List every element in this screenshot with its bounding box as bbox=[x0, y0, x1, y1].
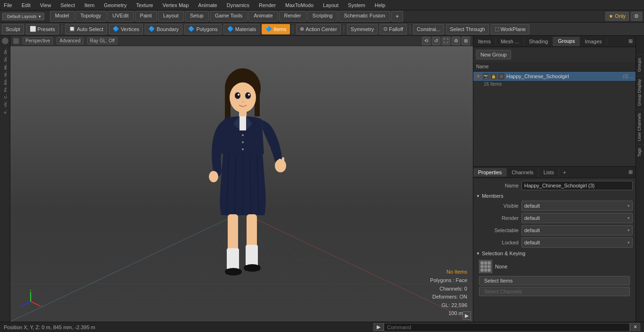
select-through-button[interactable]: Select Through bbox=[446, 24, 488, 34]
icon4[interactable]: ⚙ bbox=[498, 73, 504, 80]
sidebar-f[interactable]: F.. bbox=[1, 108, 9, 115]
vp-icon-4[interactable]: ⚙ bbox=[452, 37, 460, 45]
groups-list: 👁 📷 🔒 ⚙ Happy_Chinese_Schoolgirl (3) ...… bbox=[473, 72, 636, 166]
viewport-canvas[interactable]: No Items Polygons : Face Channels: 0 Def… bbox=[10, 46, 473, 322]
view-perspective[interactable]: Perspective bbox=[23, 37, 53, 44]
menu-system[interactable]: System bbox=[346, 1, 367, 9]
render-icon[interactable]: 📷 bbox=[483, 73, 489, 80]
sculpt-button[interactable]: Sculpt bbox=[2, 24, 24, 34]
select-items-button[interactable]: Select Items bbox=[479, 276, 630, 285]
name-input[interactable] bbox=[521, 181, 633, 190]
boundary-button[interactable]: 🔷 Boundary bbox=[145, 24, 182, 34]
symmetry-button[interactable]: Symmetry bbox=[347, 24, 378, 34]
tab-channels[interactable]: Channels bbox=[507, 168, 538, 177]
prop-expand[interactable]: ⊞ bbox=[626, 168, 636, 177]
right-panel: Items Mesh ... Shading Groups Images ⊞ N… bbox=[473, 36, 636, 322]
items-button[interactable]: 🔷 Items bbox=[262, 24, 290, 34]
tab-items[interactable]: Items bbox=[473, 37, 496, 46]
command-input[interactable] bbox=[384, 323, 630, 332]
locked-select[interactable]: default ▾ bbox=[521, 237, 633, 248]
vp-icon-2[interactable]: ↺ bbox=[432, 37, 440, 45]
select-channels-button[interactable]: Select Channels bbox=[479, 287, 630, 296]
menu-texture[interactable]: Texture bbox=[134, 1, 155, 9]
sidebar-du[interactable]: Du.. bbox=[1, 56, 9, 62]
sidebar-uv[interactable]: UV.. bbox=[1, 101, 9, 107]
tab-topology[interactable]: Topology bbox=[75, 11, 107, 22]
tab-game-tools[interactable]: Game Tools bbox=[210, 11, 248, 22]
tab-layout[interactable]: Layout bbox=[158, 11, 184, 22]
settings-icon[interactable]: ⚙ bbox=[631, 12, 642, 21]
sidebar-ve[interactable]: Ve.. bbox=[1, 71, 9, 77]
layout-dropdown[interactable]: Default Layouts ▾ bbox=[2, 13, 44, 20]
tab-schematic-fusion[interactable]: Schematic Fusion bbox=[339, 11, 390, 22]
tab-images[interactable]: Images bbox=[580, 37, 607, 46]
tab-scripting[interactable]: Scripting bbox=[307, 11, 338, 22]
sidebar-c[interactable]: C.. bbox=[1, 93, 9, 100]
right-tab-tags[interactable]: Tags bbox=[636, 145, 644, 160]
menu-item[interactable]: Item bbox=[83, 1, 96, 9]
menu-file[interactable]: File bbox=[2, 1, 14, 9]
falloff-button[interactable]: ⊙ Falloff bbox=[380, 24, 407, 34]
view-raygl[interactable]: Ray GL: Off bbox=[87, 37, 118, 44]
menu-layout[interactable]: Layout bbox=[321, 1, 340, 9]
tab-animate[interactable]: Animate bbox=[248, 11, 278, 22]
viewport[interactable]: Perspective Advanced Ray GL: Off ⟲ ↺ ⛶ ⚙… bbox=[10, 36, 473, 322]
prop-tab-plus[interactable]: + bbox=[559, 168, 570, 177]
vp-icon-5[interactable]: ⊞ bbox=[462, 37, 470, 45]
menu-dynamics[interactable]: Dynamics bbox=[225, 1, 251, 9]
polygons-button[interactable]: 🔷 Polygons bbox=[184, 24, 221, 34]
sidebar-po[interactable]: Po.. bbox=[1, 86, 9, 92]
sel-keying-section[interactable]: ▼ Selection & Keying bbox=[476, 251, 633, 256]
tab-uvedit[interactable]: UVEdit bbox=[107, 11, 134, 22]
menu-animate[interactable]: Animate bbox=[196, 1, 219, 9]
tab-render[interactable]: Render bbox=[279, 11, 306, 22]
star-only[interactable]: ★ Only bbox=[605, 12, 629, 21]
view-advanced[interactable]: Advanced bbox=[57, 37, 83, 44]
auto-select-button[interactable]: 🔲 Auto Select bbox=[65, 24, 107, 34]
tab-add-layout[interactable]: + bbox=[391, 11, 404, 22]
sidebar-em[interactable]: Em.. bbox=[1, 78, 9, 85]
menu-vertex-map[interactable]: Vertex Map bbox=[161, 1, 191, 9]
constrain-button[interactable]: Constrai... bbox=[413, 24, 444, 34]
menu-select[interactable]: Select bbox=[58, 1, 77, 9]
tab-properties[interactable]: Properties bbox=[473, 168, 507, 177]
vp-icon-1[interactable]: ⟲ bbox=[422, 37, 430, 45]
command-prompt-arrow[interactable]: ▶ bbox=[373, 323, 384, 331]
panel-tab-expand[interactable]: ⊞ bbox=[626, 37, 636, 46]
scroll-right-button[interactable]: ▶ bbox=[462, 311, 471, 320]
right-tab-user-channels[interactable]: User Channels bbox=[636, 110, 644, 144]
menu-view[interactable]: View bbox=[38, 1, 53, 9]
right-tab-group-display[interactable]: Group Display bbox=[636, 76, 644, 109]
tab-model[interactable]: Model bbox=[50, 11, 74, 22]
work-plane-button[interactable]: ⬚ WorkPlane bbox=[491, 24, 530, 34]
tab-paint[interactable]: Paint bbox=[135, 11, 157, 22]
command-close-button[interactable]: ✕ bbox=[630, 323, 640, 331]
tab-groups[interactable]: Groups bbox=[553, 37, 580, 46]
sidebar-me[interactable]: Me.. bbox=[1, 63, 9, 70]
lock-icon[interactable]: 🔒 bbox=[490, 73, 497, 80]
groups-content: New Group Name 👁 📷 🔒 ⚙ Happy_Chinese_Sch… bbox=[473, 47, 636, 166]
new-group-button[interactable]: New Group bbox=[476, 50, 511, 59]
action-center-button[interactable]: ⊕ Action Center bbox=[296, 24, 341, 34]
menu-edit[interactable]: Edit bbox=[20, 1, 33, 9]
tab-mesh[interactable]: Mesh ... bbox=[496, 37, 524, 46]
sidebar-de[interactable]: De.. bbox=[1, 48, 9, 55]
vertices-button[interactable]: 🔷 Vertices bbox=[109, 24, 143, 34]
group-row[interactable]: 👁 📷 🔒 ⚙ Happy_Chinese_Schoolgirl (3) ... bbox=[473, 72, 636, 81]
materials-button[interactable]: 🔷 Materials bbox=[223, 24, 260, 34]
menu-help[interactable]: Help bbox=[373, 1, 388, 9]
tab-setup[interactable]: Setup bbox=[185, 11, 209, 22]
visible-select[interactable]: default ▾ bbox=[521, 201, 633, 211]
visibility-icon[interactable]: 👁 bbox=[475, 73, 482, 80]
menu-maxtomodo[interactable]: MaxToModo bbox=[283, 1, 315, 9]
menu-render[interactable]: Render bbox=[257, 1, 278, 9]
right-tab-groups[interactable]: Groups bbox=[636, 55, 644, 75]
menu-geometry[interactable]: Geometry bbox=[102, 1, 128, 9]
selectable-select[interactable]: default ▾ bbox=[521, 225, 633, 235]
render-select[interactable]: default ▾ bbox=[521, 213, 633, 223]
tab-lists[interactable]: Lists bbox=[539, 168, 560, 177]
members-section[interactable]: ▼ Members bbox=[476, 193, 633, 199]
presets-button[interactable]: ⬜ Presets bbox=[26, 24, 59, 34]
vp-icon-3[interactable]: ⛶ bbox=[442, 37, 450, 45]
tab-shading[interactable]: Shading bbox=[524, 37, 553, 46]
